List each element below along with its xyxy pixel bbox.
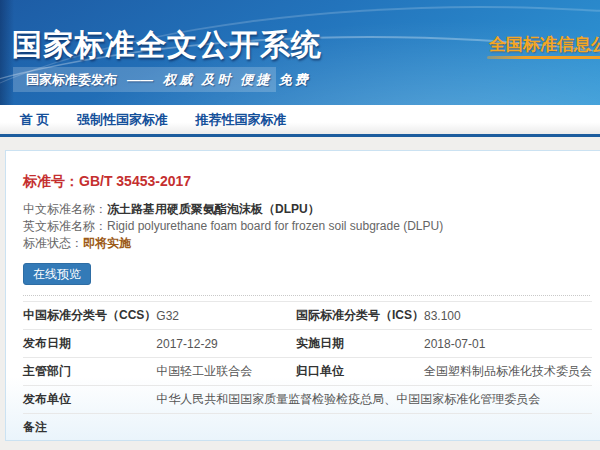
attr-value-centralized-unit: 全国塑料制品标准化技术委员会 <box>424 358 592 386</box>
standard-number-value: GB/T 35453-2017 <box>79 173 191 189</box>
publisher-label: 国家标准委发布 <box>26 72 117 87</box>
attr-value-ccs: G32 <box>156 302 296 330</box>
en-name-label: 英文标准名称： <box>23 219 107 233</box>
main-nav: 首 页 强制性国家标准 推荐性国家标准 <box>0 105 600 137</box>
cn-name-line: 中文标准名称：冻土路基用硬质聚氨酯泡沫板（DLPU） <box>23 201 600 218</box>
attr-label-publish-date: 发布日期 <box>23 330 156 358</box>
header-banner: 国家标准全文公开系统 国家标准委发布——权威 及时 便捷 免费 全国标准信息公 <box>0 0 600 105</box>
standard-number-label: 标准号： <box>23 173 79 189</box>
attr-value-publish-date: 2017-12-29 <box>156 330 296 358</box>
en-name-value: Rigid polyurethane foam board for frozen… <box>107 219 443 233</box>
en-name-line: 英文标准名称：Rigid polyurethane foam board for… <box>23 218 600 235</box>
dotted-divider <box>23 295 590 296</box>
status-label: 标准状态： <box>23 236 83 250</box>
attr-value-issuing-unit: 中华人民共和国国家质量监督检验检疫总局、中国国家标准化管理委员会 <box>156 386 592 414</box>
table-row: 发布日期 2017-12-29 实施日期 2018-07-01 <box>23 330 592 358</box>
attr-label-issuing-unit: 发布单位 <box>23 386 156 414</box>
attr-label-centralized-unit: 归口单位 <box>296 358 424 386</box>
slogan-dash: —— <box>127 72 153 87</box>
attr-value-implement-date: 2018-07-01 <box>424 330 592 358</box>
nav-item-mandatory-standards[interactable]: 强制性国家标准 <box>77 105 168 134</box>
attr-label-ics: 国际标准分类号（ICS） <box>296 302 424 330</box>
brand-underline-stroke <box>487 56 600 59</box>
table-row: 主管部门 中国轻工业联合会 归口单位 全国塑料制品标准化技术委员会 <box>23 358 592 386</box>
standard-meta: 中文标准名称：冻土路基用硬质聚氨酯泡沫板（DLPU） 英文标准名称：Rigid … <box>23 201 600 252</box>
site-title: 国家标准全文公开系统 <box>12 25 322 66</box>
attr-label-remarks: 备注 <box>23 414 156 442</box>
nav-item-recommended-standards[interactable]: 推荐性国家标准 <box>196 105 287 134</box>
standard-attributes-table: 中国标准分类号（CCS） G32 国际标准分类号（ICS） 83.100 发布日… <box>23 301 592 442</box>
table-row: 中国标准分类号（CCS） G32 国际标准分类号（ICS） 83.100 <box>23 302 592 330</box>
attr-value-ics: 83.100 <box>424 302 592 330</box>
cn-name-label: 中文标准名称： <box>23 202 107 216</box>
online-preview-button[interactable]: 在线预览 <box>23 263 91 285</box>
attr-value-competent-dept: 中国轻工业联合会 <box>156 358 296 386</box>
attr-value-remarks <box>156 414 592 442</box>
status-badge: 即将实施 <box>83 236 131 250</box>
table-row: 发布单位 中华人民共和国国家质量监督检验检疫总局、中国国家标准化管理委员会 <box>23 386 592 414</box>
attr-label-ccs: 中国标准分类号（CCS） <box>23 302 156 330</box>
page: 国家标准全文公开系统 国家标准委发布——权威 及时 便捷 免费 全国标准信息公 … <box>0 0 600 450</box>
attr-label-implement-date: 实施日期 <box>296 330 424 358</box>
standard-detail-panel: 标准号：GB/T 35453-2017 中文标准名称：冻土路基用硬质聚氨酯泡沫板… <box>5 150 600 441</box>
attr-label-competent-dept: 主管部门 <box>23 358 156 386</box>
header-slogan-band: 国家标准委发布——权威 及时 便捷 免费 <box>13 67 276 92</box>
table-row: 备注 <box>23 414 592 442</box>
brand-link-clipped[interactable]: 全国标准信息公 <box>489 33 600 56</box>
nav-item-home[interactable]: 首 页 <box>20 105 50 134</box>
cn-name-value: 冻土路基用硬质聚氨酯泡沫板（DLPU） <box>107 202 320 216</box>
slogan-text: 权威 及时 便捷 免费 <box>163 72 311 87</box>
status-line: 标准状态：即将实施 <box>23 235 600 252</box>
standard-number-line: 标准号：GB/T 35453-2017 <box>23 172 600 190</box>
